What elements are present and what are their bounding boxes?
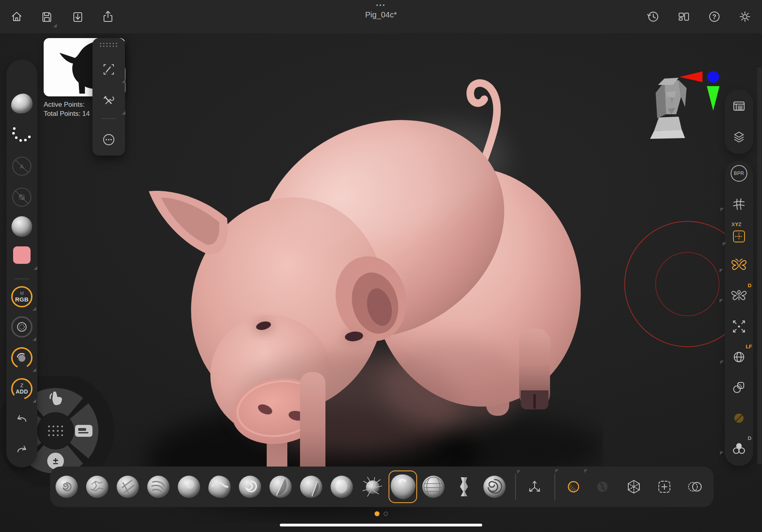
options-triangle bbox=[720, 208, 724, 211]
bar-divider bbox=[515, 474, 516, 500]
brush-sliced[interactable] bbox=[269, 476, 292, 498]
top-toolbar: ••• Pig_04c* ? bbox=[0, 0, 762, 33]
svg-text:±: ± bbox=[53, 455, 58, 466]
settings-gear-button[interactable] bbox=[735, 7, 754, 26]
more-options-button[interactable] bbox=[101, 132, 117, 148]
options-triangle bbox=[33, 368, 36, 372]
lf-label: LF bbox=[746, 344, 752, 350]
options-triangle bbox=[720, 299, 723, 303]
camera-globe-button[interactable] bbox=[731, 349, 747, 365]
morph-overlap-button[interactable] bbox=[731, 379, 747, 396]
color-d-label: D bbox=[748, 435, 751, 441]
drag-dots-icon bbox=[100, 43, 117, 47]
history-button[interactable] bbox=[644, 7, 663, 26]
options-triangle bbox=[33, 337, 36, 341]
butterfly-icon bbox=[730, 257, 748, 274]
dynamic-symmetry-button[interactable] bbox=[730, 287, 748, 305]
xyz-label: XYZ bbox=[731, 221, 741, 227]
clay-blob-icon bbox=[11, 94, 33, 113]
undo-button[interactable] bbox=[14, 412, 29, 426]
brush-wireframe[interactable] bbox=[422, 476, 444, 498]
focal-shift-button[interactable] bbox=[11, 316, 33, 338]
sidebar-divider bbox=[14, 278, 29, 279]
polypaint-off-button[interactable] bbox=[731, 410, 747, 426]
selected-brush-frame bbox=[389, 471, 417, 503]
material-button[interactable] bbox=[12, 216, 32, 237]
pie-center-button[interactable] bbox=[38, 413, 73, 449]
floating-tool-panel bbox=[92, 38, 125, 156]
mrgb-mode-button[interactable]: MRGB bbox=[11, 286, 33, 308]
color-swatch-button[interactable] bbox=[13, 246, 31, 264]
brush-rough-clay[interactable] bbox=[86, 476, 108, 498]
bpr-render-button[interactable]: BPR bbox=[731, 165, 747, 182]
axis-y-arrow-icon bbox=[707, 86, 720, 111]
brush-grooved[interactable] bbox=[147, 476, 169, 498]
options-triangle bbox=[122, 111, 125, 115]
brush-page-dots bbox=[0, 511, 762, 519]
camera-orientation-widget[interactable] bbox=[643, 68, 726, 148]
home-indicator-bar[interactable] bbox=[280, 524, 482, 526]
axis-z-dot-icon bbox=[707, 71, 719, 83]
floor-grid-button[interactable] bbox=[731, 196, 747, 213]
page-dot-active[interactable] bbox=[374, 511, 380, 517]
zadd-bottom-label: ADD bbox=[15, 389, 28, 394]
color-blend-button[interactable] bbox=[730, 440, 748, 457]
local-symmetry-button[interactable] bbox=[733, 230, 745, 242]
app-root: { "window": { "title": "Pig_04c*", "drag… bbox=[0, 0, 762, 532]
page-dot[interactable] bbox=[383, 511, 388, 517]
zadd-mode-button[interactable]: ZADD bbox=[11, 378, 33, 400]
bar-divider bbox=[554, 474, 555, 500]
brush-sliced-flat[interactable] bbox=[300, 476, 322, 498]
card-panel-icon bbox=[75, 425, 92, 437]
alpha-off-button[interactable]: A bbox=[11, 156, 33, 177]
layers-button[interactable] bbox=[731, 129, 747, 145]
options-triangle bbox=[34, 266, 37, 270]
svg-text:A: A bbox=[20, 163, 24, 170]
panel-browser-button[interactable] bbox=[731, 98, 747, 114]
brush-glossy-swirl[interactable] bbox=[239, 476, 261, 498]
brush-wave[interactable] bbox=[208, 476, 231, 498]
options-triangle bbox=[723, 242, 726, 246]
texture-off-button[interactable] bbox=[11, 186, 33, 208]
options-triangle bbox=[584, 469, 588, 473]
frame-view-button[interactable] bbox=[731, 318, 747, 335]
axis-x-arrow-icon bbox=[679, 71, 702, 82]
symmetry-d-label: D bbox=[748, 282, 751, 288]
brush-round[interactable] bbox=[178, 476, 200, 498]
brush-preview[interactable] bbox=[11, 94, 33, 113]
brush-scratched[interactable] bbox=[117, 476, 139, 498]
gizmo-cube-button[interactable] bbox=[625, 478, 643, 496]
svg-text:?: ? bbox=[712, 13, 716, 20]
brush-spiky-hair[interactable] bbox=[361, 476, 383, 498]
material-sphere-icon bbox=[12, 216, 32, 237]
selection-circles-button[interactable] bbox=[685, 478, 705, 496]
options-triangle bbox=[517, 470, 521, 474]
stroke-type-button[interactable] bbox=[12, 126, 32, 144]
options-triangle bbox=[720, 361, 724, 364]
tools-button[interactable] bbox=[101, 94, 116, 109]
symmetry-button[interactable] bbox=[730, 257, 748, 274]
redo-button[interactable] bbox=[14, 443, 29, 456]
smooth-sphere-button[interactable] bbox=[593, 478, 612, 496]
brush-swirl[interactable] bbox=[56, 476, 78, 498]
help-button[interactable]: ? bbox=[705, 7, 724, 26]
panel-drag-handle[interactable] bbox=[100, 43, 117, 47]
intensity-button[interactable] bbox=[11, 347, 33, 369]
draw-size-button[interactable] bbox=[101, 62, 116, 77]
options-triangle bbox=[122, 79, 125, 83]
brush-flat-disc[interactable] bbox=[331, 476, 353, 498]
options-triangle bbox=[33, 307, 36, 311]
bpr-label: BPR bbox=[731, 165, 747, 182]
move-trident-button[interactable] bbox=[526, 478, 543, 496]
brush-spiral[interactable] bbox=[483, 476, 506, 498]
add-selection-button[interactable] bbox=[655, 478, 673, 496]
options-triangle bbox=[555, 469, 559, 473]
layout-button[interactable] bbox=[674, 7, 693, 26]
color-swatch bbox=[13, 246, 31, 264]
zadd-top-label: Z bbox=[20, 383, 23, 388]
save-options-triangle bbox=[53, 24, 57, 27]
brush-zigzag-column[interactable] bbox=[453, 476, 475, 498]
pig-model bbox=[127, 67, 603, 523]
options-triangle bbox=[720, 451, 724, 455]
mask-pen-button[interactable] bbox=[564, 478, 583, 496]
